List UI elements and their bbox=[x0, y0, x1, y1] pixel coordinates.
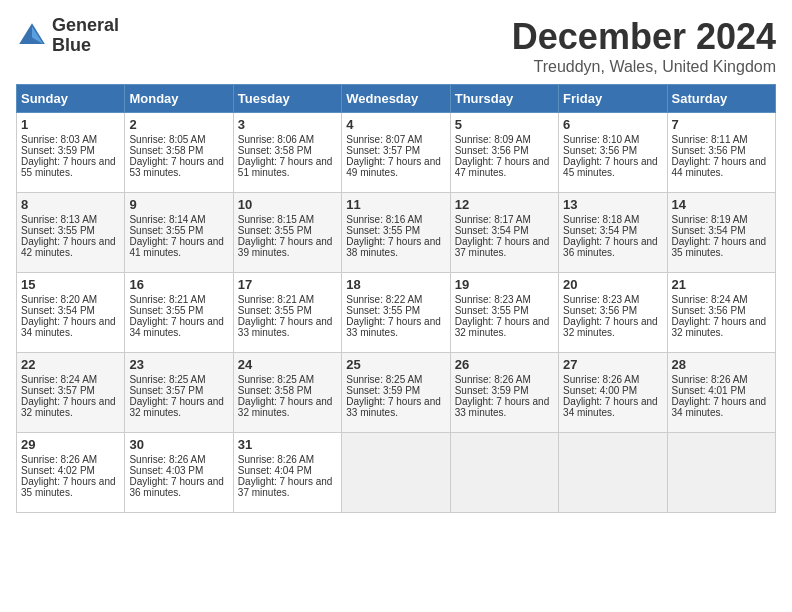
daylight: Daylight: 7 hours and 34 minutes. bbox=[129, 316, 224, 338]
sunset: Sunset: 3:55 PM bbox=[238, 225, 312, 236]
sunrise: Sunrise: 8:11 AM bbox=[672, 134, 748, 145]
day-number: 13 bbox=[563, 197, 662, 212]
calendar-day-cell bbox=[450, 433, 558, 513]
sunrise: Sunrise: 8:18 AM bbox=[563, 214, 639, 225]
calendar-day-cell: 10Sunrise: 8:15 AMSunset: 3:55 PMDayligh… bbox=[233, 193, 341, 273]
day-number: 23 bbox=[129, 357, 228, 372]
sunset: Sunset: 3:59 PM bbox=[455, 385, 529, 396]
calendar-day-cell: 25Sunrise: 8:25 AMSunset: 3:59 PMDayligh… bbox=[342, 353, 450, 433]
sunrise: Sunrise: 8:24 AM bbox=[21, 374, 97, 385]
daylight: Daylight: 7 hours and 39 minutes. bbox=[238, 236, 333, 258]
calendar-header-row: SundayMondayTuesdayWednesdayThursdayFrid… bbox=[17, 85, 776, 113]
sunset: Sunset: 3:54 PM bbox=[672, 225, 746, 236]
sunrise: Sunrise: 8:16 AM bbox=[346, 214, 422, 225]
sunrise: Sunrise: 8:15 AM bbox=[238, 214, 314, 225]
logo: General Blue bbox=[16, 16, 119, 56]
daylight: Daylight: 7 hours and 34 minutes. bbox=[21, 316, 116, 338]
calendar-day-cell: 28Sunrise: 8:26 AMSunset: 4:01 PMDayligh… bbox=[667, 353, 775, 433]
sunset: Sunset: 3:56 PM bbox=[563, 305, 637, 316]
calendar-day-cell: 27Sunrise: 8:26 AMSunset: 4:00 PMDayligh… bbox=[559, 353, 667, 433]
calendar-day-cell: 2Sunrise: 8:05 AMSunset: 3:58 PMDaylight… bbox=[125, 113, 233, 193]
calendar-day-cell: 5Sunrise: 8:09 AMSunset: 3:56 PMDaylight… bbox=[450, 113, 558, 193]
logo-icon bbox=[16, 20, 48, 52]
logo-text: General Blue bbox=[52, 16, 119, 56]
calendar-day-cell: 6Sunrise: 8:10 AMSunset: 3:56 PMDaylight… bbox=[559, 113, 667, 193]
day-of-week-header: Friday bbox=[559, 85, 667, 113]
daylight: Daylight: 7 hours and 47 minutes. bbox=[455, 156, 550, 178]
sunset: Sunset: 3:56 PM bbox=[455, 145, 529, 156]
sunset: Sunset: 3:55 PM bbox=[129, 225, 203, 236]
calendar-week-row: 1Sunrise: 8:03 AMSunset: 3:59 PMDaylight… bbox=[17, 113, 776, 193]
daylight: Daylight: 7 hours and 32 minutes. bbox=[563, 316, 658, 338]
day-number: 26 bbox=[455, 357, 554, 372]
sunset: Sunset: 3:55 PM bbox=[346, 225, 420, 236]
day-number: 27 bbox=[563, 357, 662, 372]
daylight: Daylight: 7 hours and 32 minutes. bbox=[238, 396, 333, 418]
calendar-day-cell bbox=[342, 433, 450, 513]
calendar-day-cell bbox=[559, 433, 667, 513]
sunset: Sunset: 3:59 PM bbox=[346, 385, 420, 396]
daylight: Daylight: 7 hours and 37 minutes. bbox=[238, 476, 333, 498]
sunrise: Sunrise: 8:19 AM bbox=[672, 214, 748, 225]
day-number: 17 bbox=[238, 277, 337, 292]
sunset: Sunset: 3:55 PM bbox=[455, 305, 529, 316]
daylight: Daylight: 7 hours and 32 minutes. bbox=[129, 396, 224, 418]
sunset: Sunset: 3:57 PM bbox=[129, 385, 203, 396]
sunset: Sunset: 3:55 PM bbox=[21, 225, 95, 236]
day-number: 3 bbox=[238, 117, 337, 132]
sunrise: Sunrise: 8:09 AM bbox=[455, 134, 531, 145]
daylight: Daylight: 7 hours and 38 minutes. bbox=[346, 236, 441, 258]
calendar-day-cell bbox=[667, 433, 775, 513]
sunrise: Sunrise: 8:20 AM bbox=[21, 294, 97, 305]
calendar-day-cell: 31Sunrise: 8:26 AMSunset: 4:04 PMDayligh… bbox=[233, 433, 341, 513]
sunrise: Sunrise: 8:10 AM bbox=[563, 134, 639, 145]
calendar-day-cell: 11Sunrise: 8:16 AMSunset: 3:55 PMDayligh… bbox=[342, 193, 450, 273]
daylight: Daylight: 7 hours and 53 minutes. bbox=[129, 156, 224, 178]
day-number: 30 bbox=[129, 437, 228, 452]
daylight: Daylight: 7 hours and 49 minutes. bbox=[346, 156, 441, 178]
sunrise: Sunrise: 8:26 AM bbox=[672, 374, 748, 385]
calendar-day-cell: 20Sunrise: 8:23 AMSunset: 3:56 PMDayligh… bbox=[559, 273, 667, 353]
day-number: 8 bbox=[21, 197, 120, 212]
calendar-day-cell: 29Sunrise: 8:26 AMSunset: 4:02 PMDayligh… bbox=[17, 433, 125, 513]
day-number: 21 bbox=[672, 277, 771, 292]
calendar-body: 1Sunrise: 8:03 AMSunset: 3:59 PMDaylight… bbox=[17, 113, 776, 513]
day-of-week-header: Saturday bbox=[667, 85, 775, 113]
day-of-week-header: Wednesday bbox=[342, 85, 450, 113]
calendar-day-cell: 12Sunrise: 8:17 AMSunset: 3:54 PMDayligh… bbox=[450, 193, 558, 273]
day-number: 25 bbox=[346, 357, 445, 372]
daylight: Daylight: 7 hours and 32 minutes. bbox=[21, 396, 116, 418]
daylight: Daylight: 7 hours and 37 minutes. bbox=[455, 236, 550, 258]
daylight: Daylight: 7 hours and 45 minutes. bbox=[563, 156, 658, 178]
day-number: 1 bbox=[21, 117, 120, 132]
calendar-day-cell: 18Sunrise: 8:22 AMSunset: 3:55 PMDayligh… bbox=[342, 273, 450, 353]
calendar-day-cell: 30Sunrise: 8:26 AMSunset: 4:03 PMDayligh… bbox=[125, 433, 233, 513]
day-number: 10 bbox=[238, 197, 337, 212]
day-of-week-header: Tuesday bbox=[233, 85, 341, 113]
sunset: Sunset: 3:56 PM bbox=[672, 305, 746, 316]
calendar-week-row: 8Sunrise: 8:13 AMSunset: 3:55 PMDaylight… bbox=[17, 193, 776, 273]
sunset: Sunset: 3:58 PM bbox=[129, 145, 203, 156]
day-number: 22 bbox=[21, 357, 120, 372]
daylight: Daylight: 7 hours and 36 minutes. bbox=[129, 476, 224, 498]
daylight: Daylight: 7 hours and 55 minutes. bbox=[21, 156, 116, 178]
calendar-day-cell: 19Sunrise: 8:23 AMSunset: 3:55 PMDayligh… bbox=[450, 273, 558, 353]
sunset: Sunset: 3:54 PM bbox=[455, 225, 529, 236]
daylight: Daylight: 7 hours and 34 minutes. bbox=[563, 396, 658, 418]
sunrise: Sunrise: 8:26 AM bbox=[455, 374, 531, 385]
sunrise: Sunrise: 8:26 AM bbox=[129, 454, 205, 465]
sunset: Sunset: 3:56 PM bbox=[672, 145, 746, 156]
location-title: Treuddyn, Wales, United Kingdom bbox=[512, 58, 776, 76]
calendar-day-cell: 22Sunrise: 8:24 AMSunset: 3:57 PMDayligh… bbox=[17, 353, 125, 433]
sunrise: Sunrise: 8:22 AM bbox=[346, 294, 422, 305]
day-number: 14 bbox=[672, 197, 771, 212]
calendar-day-cell: 3Sunrise: 8:06 AMSunset: 3:58 PMDaylight… bbox=[233, 113, 341, 193]
day-number: 16 bbox=[129, 277, 228, 292]
day-number: 28 bbox=[672, 357, 771, 372]
sunset: Sunset: 3:54 PM bbox=[21, 305, 95, 316]
calendar-day-cell: 23Sunrise: 8:25 AMSunset: 3:57 PMDayligh… bbox=[125, 353, 233, 433]
calendar-day-cell: 16Sunrise: 8:21 AMSunset: 3:55 PMDayligh… bbox=[125, 273, 233, 353]
calendar-week-row: 22Sunrise: 8:24 AMSunset: 3:57 PMDayligh… bbox=[17, 353, 776, 433]
day-of-week-header: Thursday bbox=[450, 85, 558, 113]
daylight: Daylight: 7 hours and 36 minutes. bbox=[563, 236, 658, 258]
